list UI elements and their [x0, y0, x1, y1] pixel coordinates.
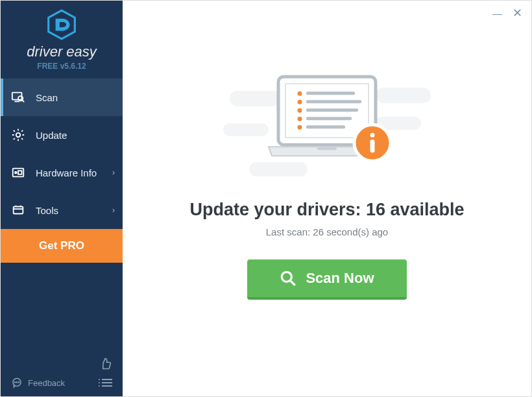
nav-update[interactable]: Update — [1, 116, 123, 154]
svg-point-19 — [298, 100, 302, 104]
chevron-right-icon: › — [112, 206, 115, 215]
headline: Update your drivers: 16 available — [189, 200, 464, 220]
minimize-button[interactable]: — — [492, 8, 502, 19]
menu-icon[interactable] — [102, 379, 112, 387]
footer-row: Feedback — [11, 377, 112, 389]
hardware-icon — [11, 165, 25, 180]
tools-icon — [11, 203, 25, 217]
sidebar: driver easy FREE v5.6.12 Scan — [1, 1, 123, 396]
get-pro-button[interactable]: Get PRO — [1, 229, 123, 263]
svg-rect-18 — [306, 91, 355, 95]
svg-rect-8 — [18, 171, 22, 174]
feedback-label: Feedback — [28, 378, 65, 388]
svg-line-32 — [291, 281, 296, 285]
nav-scan-label: Scan — [36, 92, 58, 103]
close-button[interactable]: ✕ — [513, 6, 522, 20]
scan-now-label: Scan Now — [306, 270, 374, 287]
version-label: FREE v5.6.12 — [37, 62, 86, 71]
svg-rect-22 — [306, 108, 358, 112]
svg-point-12 — [14, 382, 15, 383]
sidebar-spacer — [1, 263, 123, 352]
svg-point-21 — [298, 108, 302, 113]
brand-logo-icon — [45, 8, 78, 41]
svg-point-14 — [18, 382, 19, 383]
scan-monitor-icon — [11, 90, 25, 104]
last-scan-text: Last scan: 26 second(s) ago — [266, 226, 388, 237]
svg-point-29 — [370, 133, 375, 138]
svg-rect-30 — [370, 139, 375, 152]
svg-rect-20 — [306, 100, 361, 103]
nav-hardware-label: Hardware Info — [36, 167, 97, 178]
app-window: driver easy FREE v5.6.12 Scan — [0, 0, 532, 397]
feedback-button[interactable]: Feedback — [11, 377, 65, 389]
gear-icon — [11, 128, 25, 142]
svg-point-25 — [298, 125, 302, 130]
nav-scan[interactable]: Scan — [1, 78, 123, 116]
svg-rect-26 — [306, 125, 345, 128]
svg-point-31 — [282, 272, 292, 282]
svg-point-23 — [298, 117, 302, 121]
logo-area: driver easy FREE v5.6.12 — [1, 1, 123, 76]
illustration — [223, 71, 431, 188]
nav-tools[interactable]: Tools › — [1, 191, 123, 229]
svg-rect-24 — [306, 117, 352, 120]
sidebar-footer: Feedback — [1, 352, 123, 396]
scan-now-button[interactable]: Scan Now — [247, 259, 406, 300]
nav: Scan Update — [1, 78, 123, 229]
svg-point-5 — [16, 133, 20, 137]
nav-tools-label: Tools — [36, 205, 58, 216]
svg-point-13 — [16, 382, 17, 383]
svg-marker-0 — [49, 10, 75, 39]
svg-line-4 — [22, 101, 24, 102]
svg-rect-27 — [317, 147, 337, 150]
magnifier-icon — [280, 270, 296, 287]
content: Update your drivers: 16 available Last s… — [123, 20, 531, 396]
nav-hardware-info[interactable]: Hardware Info › — [1, 154, 123, 191]
svg-point-7 — [15, 172, 17, 174]
nav-update-label: Update — [36, 130, 67, 141]
main-panel: — ✕ — [123, 1, 531, 396]
brand-name: driver easy — [27, 43, 97, 60]
chevron-right-icon: › — [112, 168, 115, 177]
thumbs-up-button[interactable] — [11, 357, 112, 370]
svg-rect-9 — [14, 207, 23, 214]
window-controls: — ✕ — [123, 1, 531, 20]
svg-point-17 — [298, 91, 302, 96]
